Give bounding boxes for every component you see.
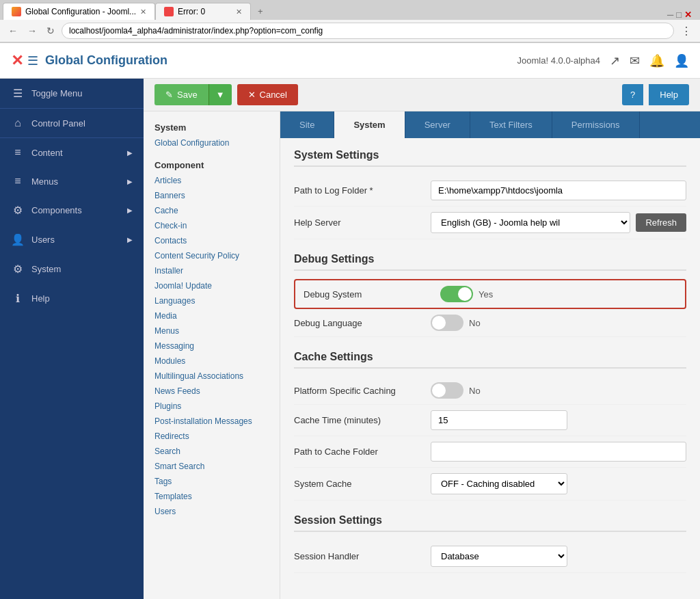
comp-link-installer[interactable]: Installer [144,263,280,278]
sidebar-item-control-panel[interactable]: ⌂ Control Panel [0,109,144,137]
comp-link-search[interactable]: Search [144,444,280,459]
error-favicon [164,7,174,16]
back-button[interactable]: ← [5,24,21,38]
path-log-input[interactable] [431,181,686,200]
save-dropdown-button[interactable]: ▼ [208,84,232,105]
help-server-select[interactable]: English (GB) - Joomla help wil [431,212,630,233]
browser-tab-error[interactable]: Error: 0 ✕ [155,3,251,20]
help-button[interactable]: Help [649,84,689,105]
debug-system-row: Debug System Yes [294,279,686,309]
header-menu-icon[interactable]: ☰ [27,53,38,68]
platform-cache-toggle[interactable] [431,382,463,399]
comp-link-modules[interactable]: Modules [144,354,280,369]
comp-link-messaging[interactable]: Messaging [144,338,280,354]
debug-settings-title: Debug Settings [294,253,686,271]
tab-text-filters[interactable]: Text Filters [470,111,552,138]
comp-link-languages[interactable]: Languages [144,293,280,308]
menus-arrow-icon: ▶ [127,178,133,185]
content-icon: ≡ [11,146,25,159]
debug-system-toggle[interactable] [440,286,473,302]
sidebar-item-components[interactable]: ⚙ Components ▶ [0,196,144,225]
browser-minimize[interactable]: ─ [667,10,673,20]
tab-site[interactable]: Site [280,111,334,138]
path-log-control [431,181,686,200]
help-server-control: English (GB) - Joomla help wil Refresh [431,212,686,233]
comp-link-joomla-update[interactable]: Joomla! Update [144,278,280,293]
comp-link-cache[interactable]: Cache [144,203,280,218]
cache-time-input[interactable] [431,410,567,430]
browser-tab-active[interactable]: Global Configuration - Jooml... ✕ [3,3,155,20]
sidebar-label-content: Content [31,148,63,158]
browser-close[interactable]: ✕ [684,10,692,20]
save-button-group: ✎ Save ▼ [154,84,232,105]
sidebar-label-users: Users [31,235,55,245]
browser-maximize[interactable]: □ [676,10,682,20]
refresh-button[interactable]: Refresh [636,213,686,232]
comp-link-checkin[interactable]: Check-in [144,218,280,233]
comp-link-menus[interactable]: Menus [144,323,280,338]
content-area: ✎ Save ▼ ✕ Cancel ? Help [144,79,700,599]
url-bar[interactable] [62,23,674,39]
comp-link-banners[interactable]: Banners [144,188,280,203]
users-icon: 👤 [11,233,25,246]
browser-tabs: Global Configuration - Jooml... ✕ Error:… [0,0,700,20]
user-icon[interactable]: 👤 [674,53,689,68]
comp-link-csp[interactable]: Content Security Policy [144,248,280,263]
sidebar-item-toggle-menu[interactable]: ☰ Toggle Menu [0,79,144,108]
sidebar-item-menus[interactable]: ≡ Menus ▶ [0,167,144,196]
comp-link-contacts[interactable]: Contacts [144,233,280,248]
comp-link-newsfeeds[interactable]: News Feeds [144,384,280,399]
comp-link-templates[interactable]: Templates [144,489,280,504]
debug-language-control: No [431,315,686,331]
component-section-label: Component [144,156,280,173]
browser-menu-button[interactable]: ⋮ [678,23,695,39]
notification-icon[interactable]: 🔔 [649,53,664,68]
comp-link-media[interactable]: Media [144,308,280,323]
tab-system[interactable]: System [334,111,405,138]
tab-close-error-icon[interactable]: ✕ [236,8,242,16]
comp-link-articles[interactable]: Articles [144,173,280,188]
users-arrow-icon: ▶ [127,236,133,243]
comp-link-redirects[interactable]: Redirects [144,429,280,444]
tab-permissions[interactable]: Permissions [552,111,640,138]
system-section-label: System [144,118,280,135]
comp-link-plugins[interactable]: Plugins [144,399,280,414]
question-button[interactable]: ? [622,84,643,105]
sidebar-item-help[interactable]: ℹ Help [0,284,144,313]
comp-link-tags[interactable]: Tags [144,474,280,489]
help-icon: ℹ [11,292,25,305]
sidebar-label-toggle-menu: Toggle Menu [31,88,82,98]
comp-link-users[interactable]: Users [144,504,280,519]
save-button[interactable]: ✎ Save [154,84,208,105]
system-cache-row: System Cache OFF - Caching disabled [294,468,686,501]
right-panel: Site System Server Text Filters Permissi… [280,111,700,599]
debug-language-no-label: No [469,318,481,328]
reload-button[interactable]: ↻ [44,24,57,38]
cancel-button[interactable]: ✕ Cancel [237,84,298,105]
system-settings-section: System Settings Path to Log Folder * Hel… [294,149,686,239]
path-cache-input[interactable] [431,442,686,462]
email-icon[interactable]: ✉ [630,53,640,68]
tabs-bar: Site System Server Text Filters Permissi… [280,111,700,138]
sidebar-item-content[interactable]: ≡ Content ▶ [0,138,144,167]
sidebar-item-users[interactable]: 👤 Users ▶ [0,225,144,254]
path-log-row: Path to Log Folder * [294,175,686,207]
session-handler-select[interactable]: Database [431,546,567,567]
tab-close-icon[interactable]: ✕ [140,8,146,16]
tab-server[interactable]: Server [405,111,470,138]
sidebar-item-system[interactable]: ⚙ System [0,254,144,284]
comp-link-multilingual-assoc[interactable]: Multilingual Associations [144,369,280,384]
comp-link-post-install[interactable]: Post-installation Messages [144,414,280,429]
external-link-icon[interactable]: ↗ [610,53,620,68]
comp-link-smart-search[interactable]: Smart Search [144,459,280,474]
components-arrow-icon: ▶ [127,207,133,214]
sidebar-label-system: System [31,264,61,274]
app-body: ☰ Toggle Menu ⌂ Control Panel ≡ Content … [0,79,700,599]
debug-language-toggle[interactable] [431,315,463,331]
debug-language-toggle-wrap: No [431,315,686,331]
forward-button[interactable]: → [25,24,40,38]
global-config-link[interactable]: Global Configuration [144,135,280,150]
new-tab-button[interactable]: + [251,3,270,20]
system-cache-select[interactable]: OFF - Caching disabled [431,473,567,494]
path-cache-control [431,442,686,462]
